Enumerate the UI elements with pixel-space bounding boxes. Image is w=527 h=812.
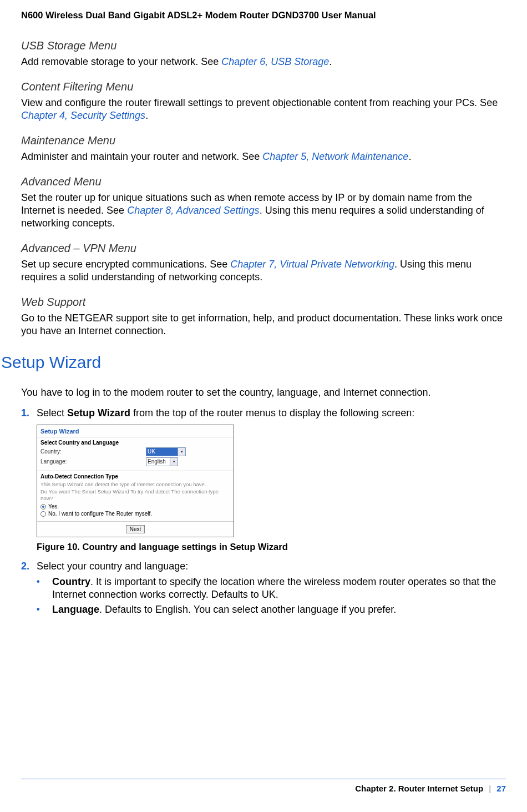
web-heading: Web Support (21, 296, 506, 309)
web-text: Go to the NETGEAR support site to get in… (21, 312, 506, 337)
fig-sect1-heading: Select Country and Language (40, 440, 230, 446)
mt-heading: Maintenance Menu (21, 134, 506, 147)
bullet-country-body: Country. It is important to specify the … (52, 576, 506, 602)
text: Select (37, 407, 67, 418)
country-row: Country: UK ▾ (40, 447, 230, 456)
step-2: 2. Select your country and language: (21, 560, 506, 573)
country-label: Country: (40, 448, 146, 455)
text: Add removable storage to your network. S… (21, 56, 221, 67)
page-header: N600 Wireless Dual Band Gigabit ADSL2+ M… (0, 0, 527, 27)
footer-chapter: Chapter 2. Router Internet Setup (355, 784, 483, 793)
fig-autodetect-section: Auto-Detect Connection Type This Setup W… (37, 471, 234, 522)
radio-icon (40, 504, 46, 510)
bullet-country: • Country. It is important to specify th… (37, 576, 506, 602)
country-value: UK (148, 448, 155, 456)
vpn-text: Set up secure encrypted communications. … (21, 258, 506, 284)
text: Set up secure encrypted communications. … (21, 259, 230, 270)
radio-yes[interactable]: Yes. (40, 503, 230, 510)
adv-text: Set the router up for unique situations … (21, 191, 506, 230)
cf-link[interactable]: Chapter 4, Security Settings (21, 110, 145, 121)
usb-link[interactable]: Chapter 6, USB Storage (221, 56, 329, 67)
adv-link[interactable]: Chapter 8, Advanced Settings (127, 205, 259, 216)
radio-icon (40, 511, 46, 517)
text: . Defaults to English. You can select an… (99, 604, 396, 615)
bullet-icon: • (37, 603, 52, 616)
step-2-body: Select your country and language: (37, 560, 506, 573)
bullet-bold: Country (52, 576, 90, 587)
fig-button-bar: Next (37, 522, 234, 537)
language-select[interactable]: English ▾ (146, 457, 178, 466)
vpn-heading: Advanced – VPN Menu (21, 242, 506, 255)
footer-page-number: 27 (496, 784, 506, 793)
country-select[interactable]: UK ▾ (146, 447, 186, 456)
usb-heading: USB Storage Menu (21, 39, 506, 52)
footer-divider: | (489, 784, 491, 793)
text: from the top of the router menus to disp… (130, 407, 414, 418)
text: View and configure the router firewall s… (21, 97, 498, 108)
language-value: English (148, 458, 166, 466)
fig-line2: Do You want The Smart Setup Wizard To tr… (40, 488, 230, 503)
setup-wizard-heading: Setup Wizard (1, 353, 506, 372)
page-content: USB Storage Menu Add removable storage t… (0, 39, 527, 617)
wizard-intro: You have to log in to the modem router t… (21, 386, 506, 399)
mt-text: Administer and maintain your router and … (21, 150, 506, 163)
usb-text: Add removable storage to your network. S… (21, 56, 506, 68)
step-1-body: Select Setup Wizard from the top of the … (37, 407, 506, 420)
cf-text: View and configure the router firewall s… (21, 97, 506, 122)
language-label: Language: (40, 458, 146, 465)
text: . It is important to specify the locatio… (52, 576, 496, 600)
bullet-language-body: Language. Defaults to English. You can s… (52, 603, 506, 616)
fig-line1: This Setup Wizard can detect the type of… (40, 481, 230, 488)
fig-sect2-heading: Auto-Detect Connection Type (40, 473, 230, 480)
radio-no[interactable]: No. I want to configure The Router mysel… (40, 511, 230, 517)
radio-no-label: No. I want to configure The Router mysel… (48, 511, 152, 517)
mt-link[interactable]: Chapter 5, Network Maintenance (262, 151, 408, 162)
bullet-language: • Language. Defaults to English. You can… (37, 603, 506, 616)
step-1-bold: Setup Wizard (67, 407, 130, 418)
chevron-down-icon: ▾ (178, 448, 185, 456)
step-2-number: 2. (21, 560, 37, 573)
setup-wizard-screenshot: Setup Wizard Select Country and Language… (37, 425, 234, 537)
page-footer: Chapter 2. Router Internet Setup | 27 (21, 779, 506, 793)
text: . (408, 151, 411, 162)
fig-title: Setup Wizard (37, 425, 234, 437)
radio-yes-label: Yes. (48, 503, 59, 510)
bullet-bold: Language (52, 604, 99, 615)
cf-heading: Content Filtering Menu (21, 80, 506, 93)
text: . (329, 56, 332, 67)
bullet-icon: • (37, 576, 52, 602)
chevron-down-icon: ▾ (170, 458, 178, 466)
figure-10: Setup Wizard Select Country and Language… (37, 425, 506, 552)
language-row: Language: English ▾ (40, 457, 230, 466)
step-1: 1. Select Setup Wizard from the top of t… (21, 407, 506, 420)
text: . (145, 110, 148, 121)
figure-10-caption: Figure 10. Country and language settings… (37, 542, 506, 552)
step-1-number: 1. (21, 407, 37, 420)
next-button[interactable]: Next (126, 525, 145, 533)
vpn-link[interactable]: Chapter 7, Virtual Private Networking (230, 259, 394, 270)
adv-heading: Advanced Menu (21, 175, 506, 188)
fig-country-section: Select Country and Language Country: UK … (37, 437, 234, 471)
text: Administer and maintain your router and … (21, 151, 262, 162)
